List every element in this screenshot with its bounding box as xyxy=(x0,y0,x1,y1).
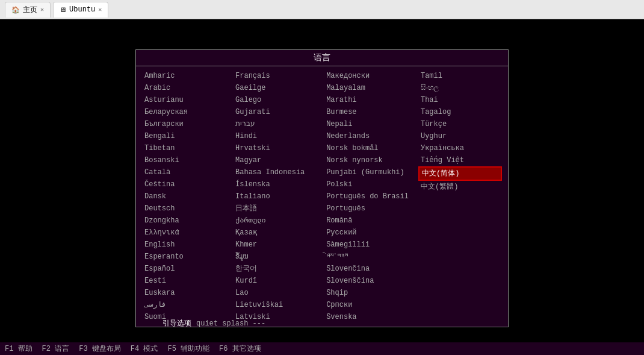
list-item[interactable]: Čeština xyxy=(142,178,226,190)
lang-col-2: Français Gaeilge Galego Gujarati עברית H… xyxy=(229,70,320,323)
list-item[interactable]: Português do Brasil xyxy=(324,190,411,203)
list-item[interactable]: ქართული xyxy=(233,215,317,227)
tab-ubuntu[interactable]: 🖥 Ubuntu ✕ xyxy=(53,2,108,17)
tab-home-close[interactable]: ✕ xyxy=(40,6,44,13)
tab-home-label: 主页 xyxy=(23,5,37,15)
list-item[interactable]: Euskara xyxy=(142,287,226,299)
list-item[interactable]: Nepali xyxy=(324,118,411,130)
list-item[interactable]: Nederlands xyxy=(324,130,411,142)
boot-options-value: quiet splash --- xyxy=(196,319,265,328)
list-item[interactable]: Tamil xyxy=(418,70,502,82)
list-item[interactable]: Italiano xyxy=(233,190,317,203)
list-item[interactable]: Shqip xyxy=(324,287,411,299)
list-item[interactable]: Bosanski xyxy=(142,154,226,166)
list-item[interactable]: Català xyxy=(142,166,226,178)
list-item[interactable]: Қазақ xyxy=(233,227,317,239)
dialog-title: 语言 xyxy=(136,50,508,66)
list-item[interactable]: Norsk bokmål xyxy=(324,142,411,154)
list-item[interactable]: ཤེས་གནས xyxy=(324,251,411,263)
list-item[interactable]: Dansk xyxy=(142,190,226,203)
list-item[interactable]: Arabic xyxy=(142,82,226,94)
list-item[interactable]: 日本語 xyxy=(233,203,317,215)
list-item[interactable]: Íslenska xyxy=(233,178,317,190)
list-item[interactable]: Gujarati xyxy=(233,106,317,118)
ubuntu-icon: 🖥 xyxy=(60,6,66,14)
footer-item-f3[interactable]: F3 键盘布局 xyxy=(79,344,121,354)
language-dialog: 语言 Amharic Arabic Asturianu Беларуская Б… xyxy=(135,49,509,327)
list-item[interactable]: Galego xyxy=(233,94,317,106)
list-item[interactable]: Gaeilge xyxy=(233,82,317,94)
list-item[interactable]: Malayalam xyxy=(324,82,411,94)
list-item[interactable]: Dzongkha xyxy=(142,215,226,227)
list-item[interactable]: Bengali xyxy=(142,130,226,142)
list-item[interactable]: Asturianu xyxy=(142,94,226,106)
list-item[interactable]: Tiếng Việt xyxy=(418,154,502,166)
list-item[interactable]: Bahasa Indonesia xyxy=(233,166,317,178)
list-item[interactable]: Esperanto xyxy=(142,251,226,263)
list-item[interactable]: ຂໍ້ມູນ xyxy=(233,251,317,263)
lang-col-1: Amharic Arabic Asturianu Беларуская Бълг… xyxy=(138,70,229,323)
list-item-english[interactable]: English xyxy=(142,239,226,251)
list-item[interactable]: Slovenščina xyxy=(324,275,411,287)
list-item[interactable]: Burmese xyxy=(324,106,411,118)
list-item[interactable]: Українська xyxy=(418,142,502,154)
list-item-chinese-traditional[interactable]: 中文(繁體) xyxy=(418,181,502,193)
tab-ubuntu-label: Ubuntu xyxy=(69,5,95,14)
list-item[interactable]: Magyar xyxy=(233,154,317,166)
list-item[interactable]: Marathi xyxy=(324,94,411,106)
list-item[interactable]: فارسی xyxy=(142,299,226,311)
list-item[interactable]: Sàmegillii xyxy=(324,239,411,251)
list-item[interactable]: Српски xyxy=(324,299,411,311)
language-columns: Amharic Arabic Asturianu Беларуская Бълг… xyxy=(136,66,508,327)
browser-chrome: 🏠 主页 ✕ 🖥 Ubuntu ✕ xyxy=(0,0,644,19)
home-icon: 🏠 xyxy=(11,6,20,14)
list-item[interactable]: Lao xyxy=(233,287,317,299)
list-item[interactable]: Македонски xyxy=(324,70,411,82)
footer-item-f2[interactable]: F2 语言 xyxy=(42,344,70,354)
list-item[interactable]: Norsk nynorsk xyxy=(324,154,411,166)
footer-item-f6[interactable]: F6 其它选项 xyxy=(219,344,261,354)
list-item[interactable]: Hindi xyxy=(233,130,317,142)
footer-item-f1[interactable]: F1 帮助 xyxy=(5,344,33,354)
list-item[interactable]: Português xyxy=(324,203,411,215)
boot-options-bar: 引导选项 quiet splash --- xyxy=(0,317,644,330)
list-item[interactable]: Русский xyxy=(324,227,411,239)
list-item[interactable]: עברית xyxy=(233,118,317,130)
list-item[interactable]: Română xyxy=(324,215,411,227)
list-item[interactable]: Tagalog xyxy=(418,106,502,118)
list-item[interactable]: Français xyxy=(233,70,317,82)
content-area: 语言 Amharic Arabic Asturianu Беларуская Б… xyxy=(0,19,644,355)
list-item[interactable]: Thai xyxy=(418,94,502,106)
list-item[interactable]: Amharic xyxy=(142,70,226,82)
list-item[interactable]: Türkçe xyxy=(418,118,502,130)
tab-ubuntu-close[interactable]: ✕ xyxy=(98,6,102,13)
list-item[interactable]: Español xyxy=(142,263,226,275)
list-item[interactable]: Punjabi (Gurmukhi) xyxy=(324,166,411,178)
footer-item-f4[interactable]: F4 模式 xyxy=(131,344,158,354)
list-item[interactable]: Беларуская xyxy=(142,106,226,118)
list-item[interactable]: Kurdî xyxy=(233,275,317,287)
list-item[interactable]: Български xyxy=(142,118,226,130)
list-item[interactable]: 한국어 xyxy=(233,263,317,275)
tab-home[interactable]: 🏠 主页 ✕ xyxy=(5,2,51,17)
list-item[interactable]: Hrvatski xyxy=(233,142,317,154)
list-item-chinese-simplified[interactable]: 中文(简体) xyxy=(418,166,502,181)
list-item[interactable]: Polski xyxy=(324,178,411,190)
list-item[interactable]: Tibetan xyxy=(142,142,226,154)
list-item[interactable]: Slovenčina xyxy=(324,263,411,275)
list-item[interactable]: Khmer xyxy=(233,239,317,251)
list-item[interactable]: Ελληνικά xyxy=(142,227,226,239)
list-item[interactable]: Eesti xyxy=(142,275,226,287)
lang-col-3: Македонски Malayalam Marathi Burmese Nep… xyxy=(320,70,415,323)
footer-item-f5[interactable]: F5 辅助功能 xyxy=(167,344,209,354)
status-bar: F1 帮助 F2 语言 F3 键盘布局 F4 模式 F5 辅助功能 F6 其它选… xyxy=(0,342,644,355)
list-item[interactable]: Uyghur xyxy=(418,130,502,142)
list-item[interactable]: සිංහල xyxy=(418,82,502,94)
lang-col-4: Tamil සිංහල Thai Tagalog Türkçe Uyghur У… xyxy=(415,70,506,323)
list-item[interactable]: Lietuviškai xyxy=(233,299,317,311)
boot-label: 引导选项 xyxy=(163,318,191,328)
list-item[interactable]: Deutsch xyxy=(142,203,226,215)
